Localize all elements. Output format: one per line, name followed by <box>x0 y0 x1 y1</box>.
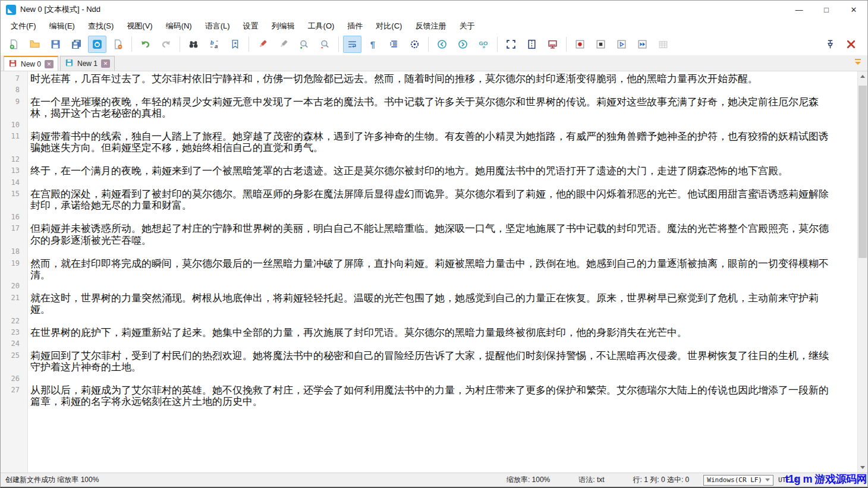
menu-item-10[interactable]: 对比(C) <box>369 19 408 33</box>
line-text[interactable]: 但莉娅并未被诱惑所动。她想起了村庄的宁静和世界树的美丽，明白自己不能让黑暗重临。… <box>27 223 857 246</box>
menu-item-3[interactable]: 视图(V) <box>120 19 159 33</box>
toolbar-button-stop-macro[interactable] <box>592 36 610 53</box>
scroll-down-button[interactable] <box>858 462 867 473</box>
line-number: 20 <box>1 281 27 292</box>
toolbar-button-find[interactable] <box>184 36 203 53</box>
line-text[interactable]: 在一个星光璀璨的夜晚，年轻的精灵少女莉娅无意中发现了一本古老的魔法书。书中记载了… <box>27 96 857 119</box>
toolbar-button-play-macro[interactable] <box>612 36 631 53</box>
menu-item-9[interactable]: 插件 <box>341 19 369 33</box>
replace-icon: ba <box>209 39 220 50</box>
toolbar-button-zoom-in[interactable] <box>295 36 313 53</box>
line-text[interactable] <box>27 338 857 350</box>
toolbar-button-undo[interactable] <box>136 36 155 53</box>
close-toolbar-button[interactable] <box>842 36 860 53</box>
toolbar-button-nav-forward[interactable] <box>454 36 472 53</box>
toolbar-button-presentation[interactable] <box>543 36 562 53</box>
menu-item-5[interactable]: 语言(L) <box>199 19 237 33</box>
zoom-in-icon <box>298 39 310 50</box>
vertical-scrollbar[interactable] <box>857 71 867 473</box>
toolbar-group-5: GO» <box>432 36 494 53</box>
svg-text:¶: ¶ <box>370 40 375 49</box>
editor-line: 19然而，就在封印即将完成的瞬间，莫尔德尔最后的一丝黑暗力量冲破了屏障，直扑向莉… <box>1 258 857 281</box>
line-text[interactable]: 终于，在一个满月的夜晚，莉娅来到了一个被黑暗笼罩的古老遗迹。这正是莫尔德尔被封印… <box>27 165 857 177</box>
toolbar-button-replace[interactable]: ba <box>205 36 224 53</box>
toolbar-button-word-wrap[interactable] <box>343 36 361 53</box>
line-number: 15 <box>1 188 27 212</box>
presentation-icon <box>547 39 558 50</box>
line-text[interactable]: 莉娅带着书中的线索，独自一人踏上了旅程。她穿越了茂密的森林，遇到了许多神奇的生物… <box>27 131 857 154</box>
chevron-down-icon <box>765 478 770 481</box>
toolbar-button-goto-line[interactable]: GO» <box>474 36 493 53</box>
line-text[interactable]: 然而，就在封印即将完成的瞬间，莫尔德尔最后的一丝黑暗力量冲破了屏障，直扑向莉娅。… <box>27 258 857 281</box>
tab-new-0[interactable]: New 0✕ <box>4 56 58 71</box>
line-ending-select[interactable]: Windows(CR LF) <box>703 475 773 486</box>
svg-text:a: a <box>215 43 218 49</box>
toolbar-button-indent-guide[interactable] <box>385 36 403 53</box>
maximize-button[interactable]: □ <box>813 1 840 18</box>
menu-item-6[interactable]: 设置 <box>237 19 265 33</box>
close-button[interactable]: ✕ <box>840 1 867 18</box>
toolbar-button-play-macro-multi[interactable] <box>633 36 652 53</box>
toolbar-button-show-all-chars[interactable] <box>405 36 424 53</box>
toolbar-button-mark-highlight[interactable] <box>253 36 272 53</box>
menu-item-1[interactable]: 编辑(E) <box>43 19 81 33</box>
toolbar-button-record-macro[interactable] <box>571 36 589 53</box>
toolbar-button-mark-clear[interactable] <box>274 36 293 53</box>
toolbar-button-save-file[interactable] <box>46 36 65 53</box>
toolbar-button-fullscreen[interactable] <box>502 36 520 53</box>
menu-item-0[interactable]: 文件(F) <box>4 19 43 33</box>
line-text[interactable] <box>27 281 857 292</box>
record-macro-icon <box>574 39 586 50</box>
line-text[interactable] <box>27 373 857 385</box>
line-text[interactable] <box>27 154 857 165</box>
minimize-button[interactable]: — <box>785 1 813 18</box>
line-text[interactable] <box>27 246 857 257</box>
line-number: 14 <box>1 177 27 188</box>
line-text[interactable] <box>27 212 857 223</box>
menu-item-8[interactable]: 工具(O) <box>301 19 341 33</box>
line-text[interactable] <box>27 84 857 96</box>
tab-close-button[interactable]: ✕ <box>45 60 54 68</box>
toolbar-button-view-mode[interactable] <box>88 36 106 53</box>
line-text[interactable] <box>27 177 857 188</box>
line-text[interactable]: 就在这时，世界树的力量突然涌现。树根从地底伸出，将莉娅轻轻托起。温暖的光芒包围了… <box>27 292 857 316</box>
toolbar-button-file-compare[interactable] <box>523 36 541 53</box>
menu-item-11[interactable]: 反馈注册 <box>408 19 452 33</box>
toolbar-separator <box>497 37 498 52</box>
toolbar-button-nav-back[interactable] <box>433 36 451 53</box>
toolbar-button-redo[interactable] <box>157 36 175 53</box>
menu-item-12[interactable]: 关于 <box>452 19 481 33</box>
line-text[interactable]: 时光荏苒，几百年过去了。艾尔菲村依旧宁静祥和，仿佛一切危险都已远去。然而，随着时… <box>27 73 857 84</box>
toolbar-button-bookmark[interactable]: ★ <box>226 36 244 53</box>
scroll-up-button[interactable] <box>858 71 867 81</box>
line-text[interactable]: 从那以后，莉娅成为了艾尔菲村的英雄。她不仅挽救了村庄，还学会了如何利用魔法书中的… <box>27 385 857 408</box>
scroll-thumb[interactable] <box>858 86 867 258</box>
menu-item-7[interactable]: 列编辑 <box>265 19 301 33</box>
tab-new-1[interactable]: New 1✕ <box>60 56 115 71</box>
tab-close-button[interactable]: ✕ <box>101 59 110 68</box>
toolbar-button-open-file[interactable] <box>26 36 44 53</box>
toolbar-button-new-file[interactable] <box>5 36 23 53</box>
toolbar-button-macro-table[interactable] <box>654 36 672 53</box>
pin-toolbar-button[interactable] <box>821 36 839 53</box>
line-text[interactable]: 在宫殿的深处，莉娅看到了被封印的莫尔德尔。黑暗巫师的身影在魔法屏障后显得虚幻而诡… <box>27 188 857 212</box>
open-file-icon <box>29 39 40 50</box>
toolbar-separator <box>180 37 180 52</box>
line-text[interactable]: 在世界树的庇护下，莉娅重新站了起来。她集中全部的力量，再次施展了封印咒语。莫尔德… <box>27 327 857 338</box>
menu-item-4[interactable]: 编码(N) <box>159 19 199 33</box>
line-text[interactable]: 莉娅回到了艾尔菲村，受到了村民们的热烈欢迎。她将魔法书中的秘密和自己的冒险经历告… <box>27 350 857 373</box>
toolbar-button-show-paragraph[interactable]: ¶ <box>364 36 382 53</box>
text-area[interactable]: 7时光荏苒，几百年过去了。艾尔菲村依旧宁静祥和，仿佛一切危险都已远去。然而，随着… <box>1 71 857 473</box>
tab-list-button[interactable] <box>852 58 864 68</box>
editor-line: 24 <box>1 338 857 350</box>
toolbar-separator <box>338 37 339 52</box>
toolbar-button-save-all[interactable] <box>67 36 86 53</box>
toolbar-button-zoom-out[interactable] <box>316 36 334 53</box>
menu-item-2[interactable]: 查找(S) <box>81 19 120 33</box>
undo-icon <box>140 39 151 50</box>
toolbar-separator <box>249 37 249 52</box>
toolbar-button-close-file[interactable] <box>109 36 127 53</box>
line-text[interactable] <box>27 119 857 131</box>
line-text[interactable] <box>27 316 857 327</box>
status-position: 行: 1 列: 0 选中: 0 <box>619 475 704 485</box>
